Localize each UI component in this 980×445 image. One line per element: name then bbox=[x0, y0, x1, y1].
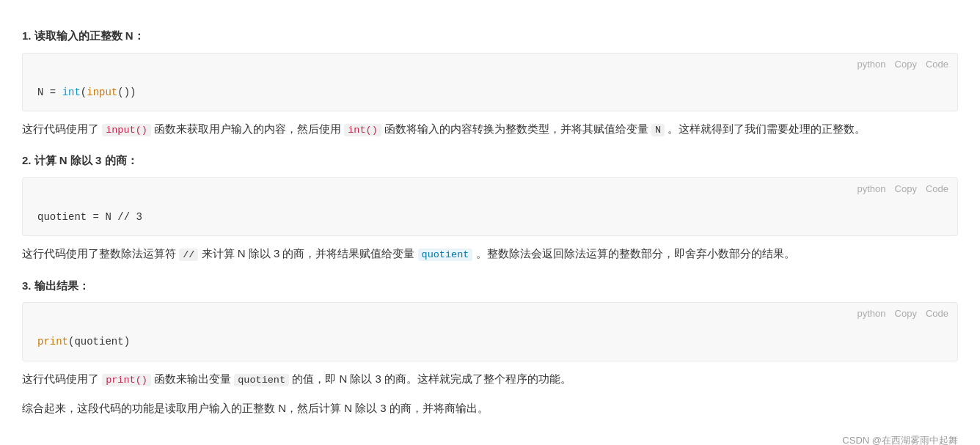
inline-code-print: print() bbox=[102, 374, 151, 386]
code-label-3: Code bbox=[926, 306, 948, 322]
section-3-num: 3. bbox=[22, 279, 34, 292]
inline-code-floordiv: // bbox=[179, 249, 198, 261]
code-fn-input: input bbox=[87, 87, 117, 98]
section-2-num: 2. bbox=[22, 154, 34, 166]
inline-code-quotient: quotient bbox=[418, 249, 473, 261]
code-label-2: Code bbox=[926, 181, 948, 197]
code-content-2: quotient = N // 3 bbox=[23, 200, 957, 235]
code-label-1: Code bbox=[926, 56, 948, 73]
footer-note: CSDN @在西湖雾雨中起舞 bbox=[22, 433, 958, 445]
copy-button-1[interactable]: Copy bbox=[895, 56, 917, 73]
section-2: 2. 计算 N 除以 3 的商： python Copy Code quotie… bbox=[22, 151, 958, 264]
section-1-title: 1. 读取输入的正整数 N： bbox=[22, 26, 958, 45]
inline-code-N: N bbox=[651, 124, 665, 136]
code-block-1-header: python Copy Code bbox=[23, 54, 957, 76]
section-1: 1. 读取输入的正整数 N： python Copy Code N = int(… bbox=[22, 26, 958, 139]
code-block-3-header: python Copy Code bbox=[23, 303, 957, 325]
inline-code-int: int() bbox=[344, 124, 381, 136]
code-var-quotient: quotient bbox=[37, 211, 87, 223]
copy-button-3[interactable]: Copy bbox=[895, 306, 917, 322]
inline-code-quotient2: quotient bbox=[234, 374, 289, 386]
code-content-1: N = int(input()) bbox=[23, 76, 957, 111]
code-content-3: print(quotient) bbox=[23, 325, 957, 360]
lang-label-3: python bbox=[858, 306, 886, 322]
section-1-text: 读取输入的正整数 N： bbox=[34, 29, 145, 42]
footer-text: CSDN @在西湖雾雨中起舞 bbox=[842, 435, 958, 445]
copy-button-2[interactable]: Copy bbox=[895, 181, 917, 197]
code-block-2-header: python Copy Code bbox=[23, 178, 957, 200]
code-block-3: python Copy Code print(quotient) bbox=[22, 302, 958, 361]
section-3-title: 3. 输出结果： bbox=[22, 276, 958, 295]
section-3-text: 输出结果： bbox=[34, 279, 89, 292]
inline-code-input: input() bbox=[102, 124, 151, 136]
section-1-num: 1. bbox=[22, 29, 34, 42]
code-fn-print: print bbox=[37, 336, 68, 347]
code-block-1: python Copy Code N = int(input()) bbox=[22, 53, 958, 111]
section-2-desc: 这行代码使用了整数除法运算符 // 来计算 N 除以 3 的商，并将结果赋值给变… bbox=[22, 243, 958, 264]
summary-text: 综合起来，这段代码的功能是读取用户输入的正整数 N，然后计算 N 除以 3 的商… bbox=[22, 398, 958, 418]
section-3: 3. 输出结果： python Copy Code print(quotient… bbox=[22, 276, 958, 389]
section-2-text: 计算 N 除以 3 的商： bbox=[34, 154, 138, 166]
section-3-desc: 这行代码使用了 print() 函数来输出变量 quotient 的值，即 N … bbox=[22, 369, 958, 389]
code-var-N2: N bbox=[105, 211, 111, 223]
section-2-title: 2. 计算 N 除以 3 的商： bbox=[22, 151, 958, 170]
code-kw-int: int bbox=[62, 87, 81, 98]
code-block-2: python Copy Code quotient = N // 3 bbox=[22, 177, 958, 236]
section-1-desc: 这行代码使用了 input() 函数来获取用户输入的内容，然后使用 int() … bbox=[22, 119, 958, 139]
lang-label-1: python bbox=[858, 56, 886, 73]
lang-label-2: python bbox=[858, 181, 886, 197]
